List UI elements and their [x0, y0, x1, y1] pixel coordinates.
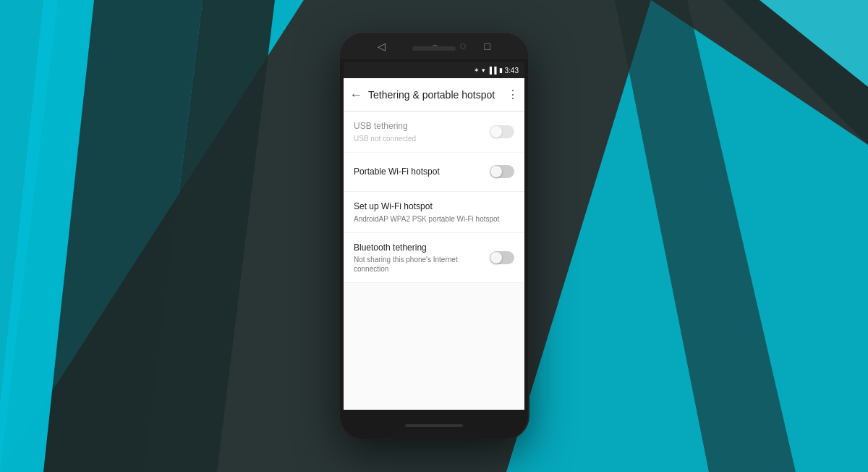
wifi-hotspot-toggle[interactable]	[490, 165, 514, 178]
bluetooth-icon: ✶	[474, 67, 480, 74]
bluetooth-tethering-item[interactable]: Bluetooth tethering Not sharing this pho…	[344, 233, 524, 284]
setup-hotspot-text: Set up Wi-Fi hotspot AndroidAP WPA2 PSK …	[354, 201, 514, 224]
status-icons: ✶ ▾ ▐▐ ▮ 3:43	[474, 67, 519, 75]
usb-tethering-title: USB tethering	[354, 120, 490, 132]
wifi-hotspot-text: Portable Wi-Fi hotspot	[354, 166, 490, 178]
settings-list: USB tethering USB not connected Portable…	[344, 111, 524, 283]
bluetooth-tethering-subtitle: Not sharing this phone's Internet connec…	[354, 255, 490, 274]
app-bar: ← Tethering & portable hotspot ⋮	[344, 78, 524, 111]
status-time: 3:43	[505, 67, 519, 75]
wifi-hotspot-item[interactable]: Portable Wi-Fi hotspot	[344, 153, 524, 192]
usb-tethering-text: USB tethering USB not connected	[354, 120, 490, 143]
bluetooth-tethering-title: Bluetooth tethering	[354, 242, 490, 254]
phone-screen: ✶ ▾ ▐▐ ▮ 3:43 ← Tethering & portable hot…	[344, 62, 524, 410]
phone-device: ✶ ▾ ▐▐ ▮ 3:43 ← Tethering & portable hot…	[340, 33, 528, 439]
wifi-status-icon: ▾	[482, 67, 485, 74]
phone-body: ✶ ▾ ▐▐ ▮ 3:43 ← Tethering & portable hot…	[340, 33, 528, 439]
overflow-menu-button[interactable]: ⋮	[507, 88, 519, 101]
signal-icon: ▐▐	[488, 67, 497, 74]
phone-bottom-bar	[405, 424, 463, 427]
phone-camera	[460, 43, 466, 49]
setup-hotspot-item[interactable]: Set up Wi-Fi hotspot AndroidAP WPA2 PSK …	[344, 192, 524, 233]
wifi-hotspot-title: Portable Wi-Fi hotspot	[354, 166, 490, 178]
status-bar: ✶ ▾ ▐▐ ▮ 3:43	[344, 62, 524, 78]
usb-tethering-item[interactable]: USB tethering USB not connected	[344, 111, 524, 153]
battery-icon: ▮	[499, 67, 503, 74]
nav-back-button[interactable]: ◁	[378, 41, 386, 52]
bluetooth-tethering-toggle[interactable]	[490, 251, 514, 264]
setup-hotspot-subtitle: AndroidAP WPA2 PSK portable Wi-Fi hotspo…	[354, 214, 514, 224]
setup-hotspot-title: Set up Wi-Fi hotspot	[354, 201, 514, 213]
phone-speaker	[412, 46, 456, 51]
usb-tethering-toggle[interactable]	[490, 125, 514, 138]
app-bar-title: Tethering & portable hotspot	[368, 89, 507, 101]
bluetooth-tethering-text: Bluetooth tethering Not sharing this pho…	[354, 242, 490, 274]
usb-tethering-subtitle: USB not connected	[354, 134, 490, 143]
nav-recent-button[interactable]: □	[485, 41, 490, 52]
back-button[interactable]: ←	[349, 88, 362, 101]
